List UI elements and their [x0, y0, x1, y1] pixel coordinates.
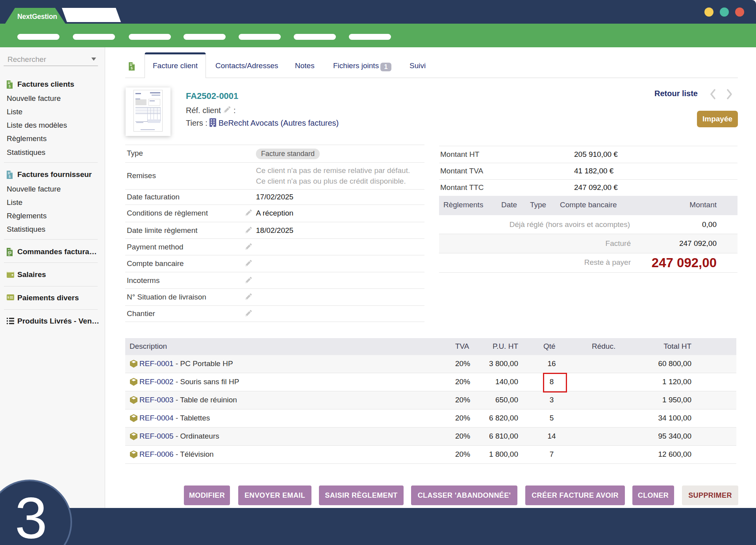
- svg-text:$: $: [131, 66, 133, 70]
- svg-text:$: $: [9, 175, 11, 179]
- svg-text:$: $: [9, 84, 11, 88]
